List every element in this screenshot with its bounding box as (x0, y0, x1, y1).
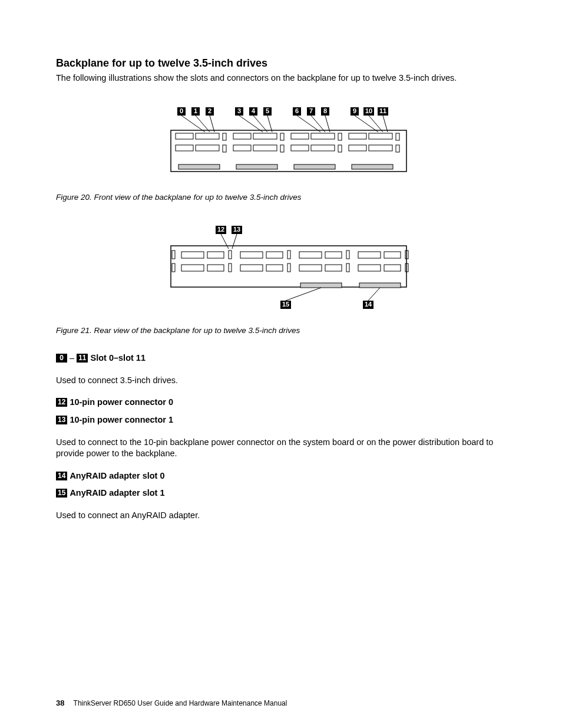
item-pwr0: 12 10-pin power connector 0 (56, 397, 521, 409)
svg-rect-76 (287, 251, 290, 259)
svg-rect-84 (358, 252, 381, 258)
svg-rect-19 (291, 145, 309, 151)
item-raid-body: Used to connect an AnyRAID adapter. (56, 510, 521, 522)
item-pwr0-title: 10-pin power connector 0 (70, 397, 173, 407)
svg-line-55 (325, 116, 330, 132)
svg-rect-78 (299, 252, 322, 258)
svg-text:12: 12 (217, 226, 224, 233)
svg-rect-68 (181, 265, 204, 271)
svg-line-61 (369, 116, 383, 132)
section-heading: Backplane for up to twelve 3.5-inch driv… (56, 56, 521, 70)
svg-rect-10 (233, 133, 251, 139)
svg-text:7: 7 (309, 107, 312, 114)
svg-text:0: 0 (179, 107, 183, 114)
item-raid1: 15 AnyRAID adapter slot 1 (56, 487, 521, 499)
svg-rect-25 (369, 133, 392, 139)
svg-rect-3 (176, 133, 193, 139)
svg-rect-83 (346, 263, 349, 272)
svg-rect-72 (240, 252, 263, 258)
svg-text:11: 11 (379, 107, 386, 114)
svg-rect-81 (325, 265, 342, 271)
callout-11: 11 (77, 354, 88, 363)
svg-rect-12 (233, 145, 251, 151)
svg-rect-4 (196, 133, 219, 139)
svg-rect-75 (266, 265, 283, 271)
svg-rect-67 (207, 252, 224, 258)
svg-text:2: 2 (207, 107, 211, 114)
svg-rect-79 (325, 252, 342, 258)
svg-rect-2 (223, 145, 226, 152)
svg-rect-82 (346, 251, 349, 259)
svg-line-31 (181, 116, 205, 132)
figure-20: 01234567891011 (56, 101, 521, 180)
svg-text:14: 14 (364, 301, 372, 308)
svg-rect-16 (338, 145, 342, 152)
svg-rect-5 (176, 145, 193, 151)
svg-rect-87 (384, 265, 401, 271)
callout-15: 15 (56, 489, 67, 498)
figure-21-caption: Figure 21. Rear view of the backplane fo… (56, 325, 521, 336)
svg-rect-24 (349, 133, 366, 139)
svg-rect-85 (384, 252, 401, 258)
item-raid1-title: AnyRAID adapter slot 1 (70, 488, 164, 498)
svg-rect-71 (229, 263, 232, 272)
intro-paragraph: The following illustrations show the slo… (56, 73, 521, 84)
svg-rect-13 (253, 145, 277, 151)
svg-rect-8 (280, 133, 284, 140)
svg-line-99 (232, 234, 237, 249)
item-slots-header: 0 – 11 Slot 0–slot 11 (56, 353, 521, 364)
svg-rect-22 (396, 133, 399, 140)
svg-rect-6 (196, 145, 219, 151)
svg-rect-90 (172, 251, 175, 259)
svg-rect-70 (229, 251, 232, 259)
item-pwr1-title: 10-pin power connector 1 (70, 415, 173, 424)
svg-text:15: 15 (282, 301, 289, 308)
svg-line-37 (210, 116, 214, 132)
svg-text:13: 13 (233, 226, 240, 233)
svg-rect-7 (178, 164, 220, 169)
svg-rect-86 (358, 265, 381, 271)
svg-line-49 (297, 116, 320, 132)
svg-line-64 (383, 116, 388, 132)
svg-line-34 (196, 116, 210, 132)
svg-line-40 (239, 116, 263, 132)
svg-rect-26 (349, 145, 366, 151)
figure-20-svg: 01234567891011 (165, 101, 412, 180)
figure-21: 12131514 (56, 219, 521, 314)
figure-20-caption: Figure 20. Front view of the backplane f… (56, 192, 521, 203)
item-raid0-title: AnyRAID adapter slot 0 (70, 471, 164, 480)
item-pwr-body: Used to connect to the 10-pin backplane … (56, 437, 521, 460)
svg-rect-66 (181, 252, 204, 258)
item-slots-title: Slot 0–slot 11 (91, 353, 146, 363)
svg-rect-80 (299, 265, 322, 271)
svg-rect-92 (300, 283, 342, 288)
svg-rect-18 (311, 133, 335, 139)
page-number: 38 (56, 699, 64, 707)
svg-text:3: 3 (237, 107, 240, 114)
svg-rect-20 (311, 145, 335, 151)
svg-rect-1 (223, 133, 226, 140)
svg-rect-74 (240, 265, 263, 271)
svg-text:4: 4 (251, 107, 255, 114)
svg-rect-14 (236, 164, 277, 169)
item-pwr1: 13 10-pin power connector 1 (56, 414, 521, 426)
svg-line-96 (221, 234, 229, 249)
svg-line-58 (355, 116, 378, 132)
svg-rect-23 (396, 145, 399, 152)
svg-text:9: 9 (352, 107, 356, 114)
callout-0: 0 (56, 354, 67, 363)
svg-rect-15 (338, 133, 342, 140)
figure-21-svg: 12131514 (165, 219, 412, 314)
svg-rect-21 (294, 164, 335, 169)
item-raid0: 14 AnyRAID adapter slot 0 (56, 470, 521, 482)
svg-line-43 (253, 116, 267, 132)
page-footer: 38 ThinkServer RD650 User Guide and Hard… (56, 698, 521, 709)
svg-line-105 (368, 288, 380, 301)
svg-rect-27 (369, 145, 392, 151)
svg-rect-69 (207, 265, 224, 271)
svg-rect-93 (359, 283, 401, 288)
svg-rect-17 (291, 133, 309, 139)
svg-line-52 (311, 116, 325, 132)
callout-13: 13 (56, 416, 67, 424)
svg-text:8: 8 (323, 107, 326, 114)
